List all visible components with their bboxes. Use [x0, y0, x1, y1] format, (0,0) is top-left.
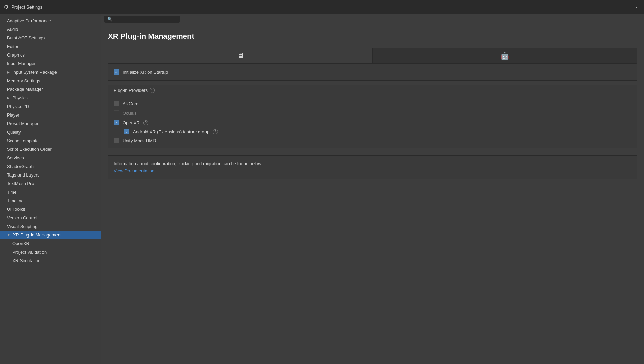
sidebar-item-label-time: Time [7, 190, 16, 195]
sidebar-item-input-manager[interactable]: Input Manager [0, 59, 101, 68]
provider-item-oculus: Oculus [114, 108, 631, 118]
content-body: XR Plug-in Management 🖥🤖 Initialize XR o… [101, 25, 644, 364]
sidebar-item-version-control[interactable]: Version Control [0, 214, 101, 222]
sidebar-item-label-xr-simulation: XR Simulation [12, 258, 40, 263]
sidebar-item-player[interactable]: Player [0, 111, 101, 119]
view-documentation-link[interactable]: View Documentation [114, 168, 154, 173]
sidebar-item-label-memory-settings: Memory Settings [7, 78, 40, 83]
sidebar-item-textmesh-pro[interactable]: TextMesh Pro [0, 179, 101, 188]
sidebar-item-ui-toolkit[interactable]: UI Toolkit [0, 205, 101, 214]
sidebar-item-services[interactable]: Services [0, 154, 101, 162]
sidebar-item-label-quality: Quality [7, 130, 21, 135]
sidebar-item-label-textmesh-pro: TextMesh Pro [7, 181, 34, 186]
providers-header: Plug-in Providers ? [108, 85, 637, 96]
sidebar-item-label-preset-manager: Preset Manager [7, 121, 39, 126]
sidebar-item-label-physics: Physics [12, 95, 28, 100]
search-input-wrap[interactable]: 🔍 [104, 16, 180, 23]
sidebar-item-label-services: Services [7, 155, 24, 160]
sidebar-item-label-visual-scripting: Visual Scripting [7, 224, 37, 229]
sidebar-item-label-adaptive-performance: Adaptive Performance [7, 18, 51, 23]
sidebar-item-label-openxr: OpenXR [12, 241, 29, 246]
initialize-xr-label: Initialize XR on Startup [123, 70, 168, 75]
expand-arrow-input-system-package: ▶ [7, 70, 10, 74]
sidebar: Adaptive PerformanceAudioBurst AOT Setti… [0, 14, 101, 364]
sidebar-item-burst-aot-settings[interactable]: Burst AOT Settings [0, 34, 101, 42]
sidebar-item-label-input-manager: Input Manager [7, 61, 36, 66]
titlebar: ⚙ Project Settings ⋮ [0, 0, 644, 14]
tab-desktop[interactable]: 🖥 [108, 48, 373, 63]
sidebar-item-preset-manager[interactable]: Preset Manager [0, 119, 101, 128]
provider-checkbox-unity-mock-hmd[interactable] [114, 138, 119, 143]
search-input[interactable] [114, 17, 176, 22]
sidebar-item-label-burst-aot-settings: Burst AOT Settings [7, 35, 45, 40]
provider-name-unity-mock-hmd: Unity Mock HMD [123, 138, 156, 143]
sidebar-item-label-package-manager: Package Manager [7, 87, 43, 92]
sidebar-item-xr-simulation[interactable]: XR Simulation [0, 256, 101, 265]
sidebar-item-label-editor: Editor [7, 44, 18, 49]
sidebar-item-openxr[interactable]: OpenXR [0, 239, 101, 248]
desktop-tab-icon: 🖥 [237, 51, 244, 59]
sidebar-item-adaptive-performance[interactable]: Adaptive Performance [0, 16, 101, 25]
content-area: 🔍 XR Plug-in Management 🖥🤖 Initialize XR… [101, 14, 644, 364]
plugin-providers-section: Plug-in Providers ? ARCoreOculusOpenXR?A… [108, 85, 637, 148]
sidebar-item-label-xr-plugin-management: XR Plug-in Management [13, 232, 62, 238]
expand-arrow-physics: ▶ [7, 96, 10, 100]
sidebar-item-time[interactable]: Time [0, 188, 101, 196]
info-text: Information about configuration, trackin… [114, 161, 631, 166]
provider-item-openxr: OpenXR? [114, 118, 631, 128]
initialize-xr-checkbox[interactable] [114, 69, 119, 75]
tab-bar: 🖥🤖 [108, 48, 637, 64]
sidebar-item-physics-2d[interactable]: Physics 2D [0, 102, 101, 111]
sub-help-android-xr-extensions[interactable]: ? [213, 129, 218, 134]
initialize-xr-row: Initialize XR on Startup [114, 68, 631, 76]
sidebar-item-package-manager[interactable]: Package Manager [0, 85, 101, 94]
provider-name-android-xr-extensions: Android XR (Extensions) feature group [133, 129, 209, 134]
provider-name-oculus: Oculus [123, 111, 136, 116]
sidebar-item-audio[interactable]: Audio [0, 25, 101, 34]
sidebar-item-label-audio: Audio [7, 27, 18, 32]
sidebar-item-visual-scripting[interactable]: Visual Scripting [0, 222, 101, 231]
more-options-icon[interactable]: ⋮ [634, 4, 640, 10]
titlebar-left: ⚙ Project Settings [4, 4, 42, 10]
sidebar-item-timeline[interactable]: Timeline [0, 196, 101, 205]
sidebar-item-editor[interactable]: Editor [0, 42, 101, 51]
sidebar-item-label-timeline: Timeline [7, 198, 24, 203]
providers-header-label: Plug-in Providers [114, 88, 148, 93]
sidebar-item-graphics[interactable]: Graphics [0, 51, 101, 59]
sidebar-item-label-version-control: Version Control [7, 215, 37, 220]
sidebar-item-scene-template[interactable]: Scene Template [0, 136, 101, 145]
sidebar-item-physics[interactable]: ▶Physics [0, 94, 101, 102]
sidebar-item-shadergraph[interactable]: ShaderGraph [0, 162, 101, 171]
providers-help-icon[interactable]: ? [150, 88, 155, 93]
expand-arrow-xr-plugin-management: ▼ [7, 233, 10, 237]
provider-checkbox-arcore[interactable] [114, 101, 119, 106]
gear-icon: ⚙ [4, 4, 9, 10]
provider-name-openxr: OpenXR [123, 120, 140, 125]
sidebar-item-quality[interactable]: Quality [0, 128, 101, 136]
main-layout: Adaptive PerformanceAudioBurst AOT Setti… [0, 14, 644, 364]
sidebar-item-label-ui-toolkit: UI Toolkit [7, 207, 25, 212]
sidebar-item-script-execution-order[interactable]: Script Execution Order [0, 145, 101, 154]
sidebar-item-label-physics-2d: Physics 2D [7, 104, 29, 109]
sidebar-item-label-input-system-package: Input System Package [12, 70, 57, 75]
sidebar-item-memory-settings[interactable]: Memory Settings [0, 76, 101, 85]
provider-sub-android-xr-extensions: Android XR (Extensions) feature group? [114, 128, 631, 136]
sidebar-item-xr-plugin-management[interactable]: ▼XR Plug-in Management [0, 231, 101, 239]
provider-checkbox-openxr[interactable] [114, 120, 119, 125]
provider-name-arcore: ARCore [123, 101, 138, 106]
sidebar-item-input-system-package[interactable]: ▶Input System Package [0, 68, 101, 76]
provider-checkbox-oculus[interactable] [114, 110, 119, 116]
sidebar-item-label-project-validation: Project Validation [12, 250, 47, 255]
settings-panel: Initialize XR on Startup [108, 64, 637, 81]
sidebar-item-label-graphics: Graphics [7, 52, 25, 58]
provider-item-unity-mock-hmd: Unity Mock HMD [114, 136, 631, 145]
sidebar-item-project-validation[interactable]: Project Validation [0, 248, 101, 256]
sidebar-item-tags-and-layers[interactable]: Tags and Layers [0, 171, 101, 179]
sidebar-item-label-script-execution-order: Script Execution Order [7, 147, 52, 152]
sidebar-item-label-shadergraph: ShaderGraph [7, 164, 34, 169]
tab-android[interactable]: 🤖 [373, 48, 637, 63]
info-section: Information about configuration, trackin… [108, 155, 637, 179]
provider-help-openxr[interactable]: ? [143, 120, 148, 125]
android-tab-icon: 🤖 [500, 52, 509, 60]
provider-checkbox-android-xr-extensions[interactable] [124, 129, 129, 134]
